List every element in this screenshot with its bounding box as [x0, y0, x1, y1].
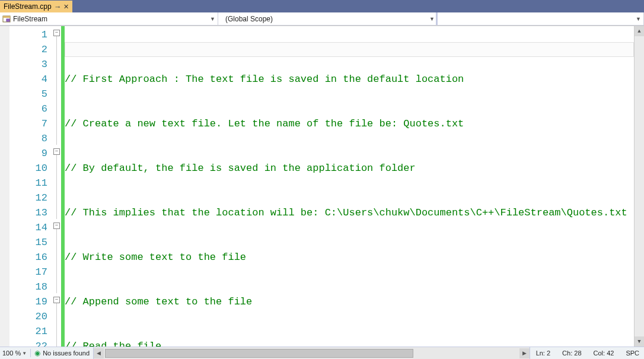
separator [30, 349, 31, 357]
fold-line [56, 303, 57, 347]
line-number: 21 [9, 324, 47, 339]
status-bar: 100 % ▼ ◉ No issues found ◀ ▶ Ln: 2 Ch: … [0, 347, 644, 359]
outline-column[interactable]: − − − − [53, 26, 61, 347]
fold-toggle[interactable]: − [53, 148, 60, 155]
scroll-up-icon[interactable]: ▲ [635, 26, 644, 36]
svg-rect-1 [3, 16, 10, 18]
code-text: // This implies that the location will b… [65, 207, 627, 218]
code-text: // Create a new text file. Let the name … [65, 118, 464, 129]
cursor-line: Ln: 2 [530, 350, 556, 357]
code-text: // Append some text to the file [65, 296, 252, 307]
chevron-down-icon: ▼ [631, 16, 641, 22]
line-number: 6 [9, 101, 47, 116]
cursor-col: Col: 42 [588, 350, 620, 357]
line-number: 18 [9, 279, 47, 294]
context-label: FileStream [13, 15, 47, 23]
line-number: 8 [9, 131, 47, 146]
file-tab[interactable]: FileStream.cpp ⊸ ✕ [0, 1, 72, 12]
current-line-highlight [65, 42, 634, 57]
code-text: // By default, the file is saved in the … [65, 163, 416, 174]
code-text: // Write some text to the file [65, 252, 246, 263]
project-icon [2, 15, 11, 23]
line-number: 13 [9, 205, 47, 220]
issues-label: No issues found [43, 350, 90, 357]
scroll-thumb[interactable] [105, 349, 413, 358]
scroll-down-icon[interactable]: ▼ [635, 336, 644, 347]
fold-toggle[interactable]: − [53, 297, 60, 303]
scroll-right-icon[interactable]: ▶ [519, 348, 530, 358]
code-editor[interactable]: 1 2 3 4 5 6 7 8 9 10 11 12 13 14 15 16 1… [0, 26, 644, 347]
line-number: 4 [9, 72, 47, 87]
fold-line [56, 36, 57, 145]
chevron-down-icon: ▼ [205, 16, 215, 22]
line-number: 22 [9, 339, 47, 347]
cursor-char: Ch: 28 [556, 350, 587, 357]
zoom-label: 100 % [2, 350, 21, 357]
zoom-dropdown[interactable]: 100 % ▼ [0, 350, 29, 357]
fold-toggle[interactable]: − [53, 223, 60, 229]
line-number: 15 [9, 235, 47, 250]
check-icon: ◉ [34, 349, 40, 357]
breakpoint-margin[interactable] [0, 26, 9, 347]
member-dropdown[interactable]: ▼ [438, 12, 644, 25]
vertical-scrollbar[interactable]: ▲ ▼ [634, 26, 644, 347]
line-number: 17 [9, 265, 47, 279]
split-handle[interactable] [436, 12, 439, 25]
line-number: 10 [9, 161, 47, 176]
indent-mode[interactable]: SPC [620, 350, 644, 357]
line-number: 12 [9, 190, 47, 205]
code-content[interactable]: // First Approach : The text file is sav… [65, 26, 634, 347]
line-number: 3 [9, 57, 47, 72]
line-number: 2 [9, 42, 47, 57]
chevron-down-icon: ▼ [22, 351, 27, 356]
code-text: // Read the file [65, 341, 161, 347]
tab-title: FileStream.cpp [4, 2, 52, 11]
pin-icon[interactable]: ⊸ [55, 4, 60, 10]
tab-bar: FileStream.cpp ⊸ ✕ [0, 0, 644, 12]
line-number: 14 [9, 220, 47, 235]
chevron-down-icon: ▼ [425, 16, 435, 22]
scope-label: (Global Scope) [225, 15, 273, 23]
line-number: 1 [9, 27, 47, 42]
scope-dropdown[interactable]: (Global Scope) ▼ [218, 12, 438, 25]
close-icon[interactable]: ✕ [63, 3, 69, 11]
svg-rect-2 [7, 19, 9, 21]
horizontal-scrollbar[interactable]: ◀ ▶ [93, 347, 530, 359]
fold-line [56, 155, 57, 219]
line-number-gutter: 1 2 3 4 5 6 7 8 9 10 11 12 13 14 15 16 1… [9, 26, 53, 347]
line-number: 19 [9, 294, 47, 309]
line-number: 20 [9, 309, 47, 324]
scroll-left-icon[interactable]: ◀ [94, 348, 104, 358]
line-number: 9 [9, 146, 47, 161]
navigation-bar: FileStream ▼ (Global Scope) ▼ ▼ [0, 12, 644, 26]
line-number: 11 [9, 176, 47, 190]
line-number: 16 [9, 250, 47, 265]
line-number: 7 [9, 116, 47, 131]
context-dropdown[interactable]: FileStream ▼ [0, 12, 218, 25]
fold-line [56, 229, 57, 293]
code-text: // First Approach : The text file is sav… [65, 74, 464, 85]
line-number: 5 [9, 87, 47, 101]
fold-toggle[interactable]: − [53, 30, 60, 36]
